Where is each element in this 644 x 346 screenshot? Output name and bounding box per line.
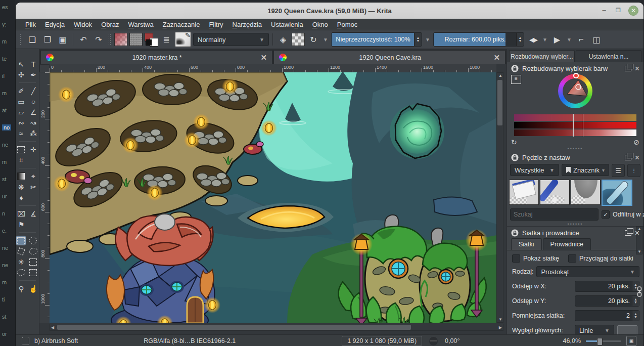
close-docker-icon[interactable]: × bbox=[635, 155, 639, 161]
measure-tool-icon[interactable]: ∡ bbox=[28, 209, 38, 219]
display-mode-icon[interactable]: ⋮ bbox=[627, 164, 640, 177]
reload-preset-button[interactable]: ↻ bbox=[307, 33, 320, 46]
close-tab-icon[interactable]: ✕ bbox=[493, 53, 500, 62]
freehand-brush-tool-icon[interactable]: ✐ bbox=[16, 86, 26, 96]
value-bar[interactable] bbox=[514, 129, 636, 136]
chevron-down-icon[interactable]: ▼ bbox=[541, 37, 548, 42]
dynamic-brush-tool-icon[interactable]: ≈ bbox=[16, 128, 26, 138]
saturation-bar[interactable] bbox=[514, 122, 636, 128]
lock-icon[interactable] bbox=[511, 229, 519, 237]
redo-button[interactable]: ↷ bbox=[92, 33, 105, 46]
subdivision-spinbox[interactable]: 2 ▲▼ bbox=[575, 310, 639, 321]
lighten-tool-icon[interactable]: ❋ bbox=[16, 182, 26, 192]
tab-guides[interactable]: Prowadnice bbox=[543, 238, 591, 250]
canvas-document[interactable] bbox=[50, 72, 496, 323]
zoom-slider[interactable] bbox=[586, 340, 621, 342]
save-button[interactable]: ▣ bbox=[56, 33, 69, 46]
filter-by-tag-checkbox[interactable]: ✓ bbox=[602, 210, 610, 219]
grid-type-dropdown[interactable]: Prostokąt ▼ bbox=[536, 266, 639, 277]
menu-filtry[interactable]: Filtry bbox=[204, 20, 227, 29]
bezier-curve-tool-icon[interactable]: ∾ bbox=[16, 118, 26, 127]
brush-editor-button[interactable] bbox=[175, 32, 191, 47]
color-picker-tool-icon[interactable]: ⌖ bbox=[28, 171, 38, 181]
horizontal-scrollbar[interactable]: ◀ ▶ bbox=[50, 324, 503, 331]
opacity-slider[interactable]: Nieprzezroczystość: 100% ▲▼ bbox=[331, 32, 422, 47]
preserve-alpha-button[interactable] bbox=[292, 33, 305, 46]
menu-widok[interactable]: Widok bbox=[69, 20, 97, 29]
lock-icon[interactable] bbox=[511, 65, 519, 72]
edit-shapes-tool-icon[interactable]: ✣ bbox=[16, 70, 26, 79]
close-docker-icon[interactable]: × bbox=[635, 230, 639, 236]
image-dimensions-button[interactable]: 1 920 x 1 080 (59,0 MiB) bbox=[342, 336, 422, 346]
gradient-chooser[interactable] bbox=[114, 33, 127, 46]
menu-edycja[interactable]: Edycja bbox=[40, 20, 69, 29]
similar-color-selection-tool-icon[interactable]: ✳ bbox=[16, 257, 26, 267]
preset-ink-pen[interactable] bbox=[540, 180, 570, 205]
multibrush-tool-icon[interactable]: ⁂ bbox=[28, 128, 38, 138]
link-xy-icon[interactable] bbox=[636, 286, 642, 297]
open-document-button[interactable]: ❐ bbox=[41, 33, 54, 46]
elliptical-selection-tool-icon[interactable] bbox=[28, 236, 38, 245]
selector-settings-icon[interactable]: ≡ bbox=[511, 75, 521, 84]
freehand-selection-tool-icon[interactable] bbox=[28, 246, 38, 256]
line-tool-icon[interactable]: ╱ bbox=[28, 86, 38, 96]
selection-mode-icon[interactable] bbox=[22, 337, 29, 345]
chevron-down-icon[interactable]: ▼ bbox=[424, 37, 431, 42]
crop-tool-icon[interactable]: ⌗ bbox=[16, 155, 26, 165]
refresh-history-icon[interactable]: ↻ bbox=[511, 138, 517, 146]
size-spinner[interactable]: ▲▼ bbox=[516, 33, 524, 46]
blending-mode-dropdown[interactable]: Normalny ▼ bbox=[193, 33, 269, 46]
zoom-slider-handle[interactable] bbox=[597, 338, 603, 345]
menu-pomoc[interactable]: Pomoc bbox=[333, 20, 362, 29]
main-grid-color-swatch[interactable] bbox=[617, 325, 637, 335]
tab-grids[interactable]: Siatki bbox=[511, 238, 542, 250]
eraser-mode-button[interactable]: ◈ bbox=[277, 33, 290, 46]
gradient-tool-icon[interactable] bbox=[16, 171, 26, 181]
toolbar-grip[interactable] bbox=[20, 33, 23, 46]
y-spacing-spinbox[interactable]: 20 piks. ▲▼ bbox=[575, 295, 639, 307]
hue-bar[interactable] bbox=[514, 114, 636, 121]
new-document-button[interactable]: ❏ bbox=[26, 33, 39, 46]
menu-okno[interactable]: Okno bbox=[308, 20, 333, 29]
fill-tool-icon[interactable]: ♦ bbox=[16, 193, 26, 202]
float-docker-icon[interactable] bbox=[625, 66, 631, 71]
preset-airbrush-soft[interactable] bbox=[571, 180, 601, 205]
search-input[interactable] bbox=[510, 208, 599, 221]
menu-icon[interactable]: ☰ bbox=[612, 164, 625, 177]
text-tool-icon[interactable]: T bbox=[28, 59, 38, 69]
tab-1920-master[interactable]: 1920 master.kra * ✕ bbox=[40, 50, 272, 64]
pattern-chooser[interactable] bbox=[129, 33, 143, 46]
mirror-horizontal-button[interactable]: ◀▶ bbox=[526, 33, 539, 46]
no-color-icon[interactable]: ⊘ bbox=[633, 138, 639, 146]
magnetic-selection-tool-icon[interactable] bbox=[28, 268, 38, 277]
polygon-tool-icon[interactable]: ▱ bbox=[16, 107, 26, 117]
titlebar[interactable]: 1920 Queen Cave.kra (59,0 MiB) — Krita –… bbox=[16, 3, 643, 19]
lock-icon[interactable] bbox=[511, 154, 519, 161]
float-docker-icon[interactable] bbox=[625, 155, 631, 160]
tag-dropdown[interactable]: Znacznik ▾ bbox=[562, 164, 609, 176]
size-slider[interactable]: Rozmiar: 600,00 piks. ▲▼ bbox=[433, 32, 524, 47]
calligraphy-tool-icon[interactable]: ✒ bbox=[28, 70, 38, 79]
assistants-tool-icon[interactable]: ⌧ bbox=[16, 209, 26, 219]
canvas-rotation-knob[interactable] bbox=[429, 337, 438, 345]
tab-tool-options[interactable]: Ustawienia n... bbox=[576, 50, 641, 62]
close-button[interactable]: ✕ bbox=[628, 6, 638, 16]
close-docker-icon[interactable]: × bbox=[635, 66, 639, 72]
menu-obraz[interactable]: Obraz bbox=[97, 20, 123, 29]
freehand-path-tool-icon[interactable]: ↝ bbox=[28, 118, 38, 127]
brush-composite-icon[interactable]: ≣ bbox=[160, 33, 173, 46]
polygonal-selection-tool-icon[interactable] bbox=[16, 246, 26, 256]
contiguous-selection-tool-icon[interactable] bbox=[16, 268, 26, 277]
pan-tool-icon[interactable]: ☝ bbox=[28, 284, 38, 293]
undo-button[interactable]: ↶ bbox=[77, 33, 90, 46]
smart-patch-tool-icon[interactable]: ✂ bbox=[28, 182, 38, 192]
move-tool-icon[interactable]: ✛ bbox=[28, 145, 38, 154]
vertical-scrollbar[interactable]: ▲ ▼ bbox=[496, 72, 503, 323]
overview-button[interactable]: ▣ bbox=[626, 336, 636, 346]
maximize-button[interactable]: ❐ bbox=[613, 6, 623, 16]
chevron-down-icon[interactable]: ▼ bbox=[322, 37, 329, 42]
bezier-selection-tool-icon[interactable] bbox=[28, 257, 38, 267]
menu-zaznaczanie[interactable]: Zaznaczanie bbox=[158, 20, 205, 29]
snap-to-grid-checkbox[interactable] bbox=[568, 254, 576, 263]
tab-1920-queen-cave[interactable]: 1920 Queen Cave.kra ✕ bbox=[273, 50, 505, 64]
